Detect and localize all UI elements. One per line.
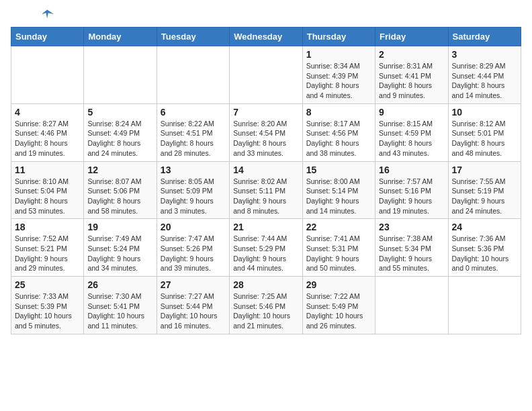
day-info: Sunrise: 7:52 AM Sunset: 5:21 PM Dayligh… <box>15 234 80 273</box>
day-number: 27 <box>161 279 226 290</box>
day-info: Sunrise: 7:55 AM Sunset: 5:19 PM Dayligh… <box>452 177 517 216</box>
calendar-cell: 24Sunrise: 7:36 AM Sunset: 5:36 PM Dayli… <box>448 219 521 277</box>
calendar-cell: 16Sunrise: 7:57 AM Sunset: 5:16 PM Dayli… <box>375 161 448 219</box>
day-number: 25 <box>15 279 80 290</box>
day-info: Sunrise: 8:20 AM Sunset: 4:54 PM Dayligh… <box>233 119 298 158</box>
calendar-cell <box>11 46 84 104</box>
calendar-cell: 12Sunrise: 8:07 AM Sunset: 5:06 PM Dayli… <box>84 161 157 219</box>
day-number: 10 <box>452 107 517 118</box>
day-number: 20 <box>161 222 226 232</box>
calendar-cell: 26Sunrise: 7:30 AM Sunset: 5:41 PM Dayli… <box>84 277 157 334</box>
day-number: 23 <box>379 222 444 232</box>
day-number: 2 <box>379 49 444 60</box>
day-info: Sunrise: 8:02 AM Sunset: 5:11 PM Dayligh… <box>233 177 298 216</box>
day-number: 16 <box>379 165 444 175</box>
calendar-cell: 9Sunrise: 8:15 AM Sunset: 4:59 PM Daylig… <box>375 103 448 161</box>
calendar-cell: 15Sunrise: 8:00 AM Sunset: 5:14 PM Dayli… <box>302 161 375 219</box>
calendar-cell: 7Sunrise: 8:20 AM Sunset: 4:54 PM Daylig… <box>230 103 302 161</box>
week-row-4: 18Sunrise: 7:52 AM Sunset: 5:21 PM Dayli… <box>11 219 521 277</box>
week-row-5: 25Sunrise: 7:33 AM Sunset: 5:39 PM Dayli… <box>11 277 521 334</box>
day-number: 7 <box>233 107 298 118</box>
day-info: Sunrise: 7:33 AM Sunset: 5:39 PM Dayligh… <box>15 291 80 331</box>
day-info: Sunrise: 8:10 AM Sunset: 5:04 PM Dayligh… <box>15 177 80 216</box>
day-number: 22 <box>306 222 371 232</box>
calendar-cell: 6Sunrise: 8:22 AM Sunset: 4:51 PM Daylig… <box>157 103 229 161</box>
calendar-cell: 1Sunrise: 8:34 AM Sunset: 4:39 PM Daylig… <box>302 46 375 104</box>
calendar-cell: 13Sunrise: 8:05 AM Sunset: 5:09 PM Dayli… <box>157 161 229 219</box>
week-row-1: 1Sunrise: 8:34 AM Sunset: 4:39 PM Daylig… <box>11 46 521 104</box>
calendar-cell: 18Sunrise: 7:52 AM Sunset: 5:21 PM Dayli… <box>11 219 84 277</box>
calendar-cell: 23Sunrise: 7:38 AM Sunset: 5:34 PM Dayli… <box>375 219 448 277</box>
calendar-cell <box>448 277 521 334</box>
calendar-cell: 17Sunrise: 7:55 AM Sunset: 5:19 PM Dayli… <box>448 161 521 219</box>
weekday-header-sunday: Sunday <box>11 28 84 46</box>
day-number: 29 <box>306 279 371 290</box>
day-number: 28 <box>233 279 298 290</box>
weekday-header-saturday: Saturday <box>448 28 521 46</box>
header <box>11 11 521 19</box>
svg-marker-0 <box>42 9 54 18</box>
day-number: 19 <box>87 222 152 232</box>
day-info: Sunrise: 8:22 AM Sunset: 4:51 PM Dayligh… <box>161 119 226 158</box>
day-info: Sunrise: 8:17 AM Sunset: 4:56 PM Dayligh… <box>306 119 371 158</box>
weekday-header-thursday: Thursday <box>302 28 375 46</box>
day-number: 24 <box>452 222 517 232</box>
calendar-cell: 29Sunrise: 7:22 AM Sunset: 5:49 PM Dayli… <box>302 277 375 334</box>
calendar-cell: 21Sunrise: 7:44 AM Sunset: 5:29 PM Dayli… <box>230 219 302 277</box>
calendar-cell <box>84 46 157 104</box>
day-info: Sunrise: 7:57 AM Sunset: 5:16 PM Dayligh… <box>379 177 444 216</box>
calendar-table: SundayMondayTuesdayWednesdayThursdayFrid… <box>11 27 521 334</box>
weekday-header-row: SundayMondayTuesdayWednesdayThursdayFrid… <box>11 28 521 46</box>
day-info: Sunrise: 7:22 AM Sunset: 5:49 PM Dayligh… <box>306 291 371 331</box>
day-info: Sunrise: 8:12 AM Sunset: 5:01 PM Dayligh… <box>452 119 517 158</box>
day-number: 9 <box>379 107 444 118</box>
day-number: 14 <box>233 165 298 175</box>
calendar-cell: 27Sunrise: 7:27 AM Sunset: 5:44 PM Dayli… <box>157 277 229 334</box>
day-info: Sunrise: 8:27 AM Sunset: 4:46 PM Dayligh… <box>15 119 80 158</box>
day-number: 5 <box>87 107 152 118</box>
calendar-cell: 22Sunrise: 7:41 AM Sunset: 5:31 PM Dayli… <box>302 219 375 277</box>
calendar-cell <box>157 46 229 104</box>
day-number: 8 <box>306 107 371 118</box>
day-number: 11 <box>15 165 80 175</box>
weekday-header-tuesday: Tuesday <box>157 28 229 46</box>
day-number: 17 <box>452 165 517 175</box>
week-row-3: 11Sunrise: 8:10 AM Sunset: 5:04 PM Dayli… <box>11 161 521 219</box>
day-number: 4 <box>15 107 80 118</box>
day-info: Sunrise: 7:25 AM Sunset: 5:46 PM Dayligh… <box>233 291 298 331</box>
day-number: 1 <box>306 49 371 60</box>
day-number: 6 <box>161 107 226 118</box>
calendar-cell: 4Sunrise: 8:27 AM Sunset: 4:46 PM Daylig… <box>11 103 84 161</box>
calendar-cell: 11Sunrise: 8:10 AM Sunset: 5:04 PM Dayli… <box>11 161 84 219</box>
logo-bird-icon <box>42 9 54 19</box>
day-info: Sunrise: 8:31 AM Sunset: 4:41 PM Dayligh… <box>379 61 444 101</box>
day-info: Sunrise: 7:44 AM Sunset: 5:29 PM Dayligh… <box>233 234 298 273</box>
day-info: Sunrise: 7:49 AM Sunset: 5:24 PM Dayligh… <box>87 234 152 273</box>
calendar-cell: 14Sunrise: 8:02 AM Sunset: 5:11 PM Dayli… <box>230 161 302 219</box>
week-row-2: 4Sunrise: 8:27 AM Sunset: 4:46 PM Daylig… <box>11 103 521 161</box>
calendar-cell: 2Sunrise: 8:31 AM Sunset: 4:41 PM Daylig… <box>375 46 448 104</box>
day-number: 21 <box>233 222 298 232</box>
day-info: Sunrise: 8:00 AM Sunset: 5:14 PM Dayligh… <box>306 177 371 216</box>
day-info: Sunrise: 8:07 AM Sunset: 5:06 PM Dayligh… <box>87 177 152 216</box>
calendar-cell: 8Sunrise: 8:17 AM Sunset: 4:56 PM Daylig… <box>302 103 375 161</box>
day-info: Sunrise: 8:24 AM Sunset: 4:49 PM Dayligh… <box>87 119 152 158</box>
calendar-cell: 5Sunrise: 8:24 AM Sunset: 4:49 PM Daylig… <box>84 103 157 161</box>
day-info: Sunrise: 7:36 AM Sunset: 5:36 PM Dayligh… <box>452 234 517 273</box>
weekday-header-monday: Monday <box>84 28 157 46</box>
calendar-cell: 10Sunrise: 8:12 AM Sunset: 5:01 PM Dayli… <box>448 103 521 161</box>
calendar-cell: 3Sunrise: 8:29 AM Sunset: 4:44 PM Daylig… <box>448 46 521 104</box>
day-info: Sunrise: 7:27 AM Sunset: 5:44 PM Dayligh… <box>161 291 226 331</box>
day-info: Sunrise: 8:29 AM Sunset: 4:44 PM Dayligh… <box>452 61 517 101</box>
weekday-header-friday: Friday <box>375 28 448 46</box>
day-info: Sunrise: 7:38 AM Sunset: 5:34 PM Dayligh… <box>379 234 444 273</box>
day-info: Sunrise: 7:30 AM Sunset: 5:41 PM Dayligh… <box>87 291 152 331</box>
day-number: 13 <box>161 165 226 175</box>
calendar-cell: 19Sunrise: 7:49 AM Sunset: 5:24 PM Dayli… <box>84 219 157 277</box>
day-number: 18 <box>15 222 80 232</box>
day-number: 12 <box>87 165 152 175</box>
calendar-cell: 20Sunrise: 7:47 AM Sunset: 5:26 PM Dayli… <box>157 219 229 277</box>
day-info: Sunrise: 7:47 AM Sunset: 5:26 PM Dayligh… <box>161 234 226 273</box>
day-info: Sunrise: 7:41 AM Sunset: 5:31 PM Dayligh… <box>306 234 371 273</box>
weekday-header-wednesday: Wednesday <box>230 28 302 46</box>
